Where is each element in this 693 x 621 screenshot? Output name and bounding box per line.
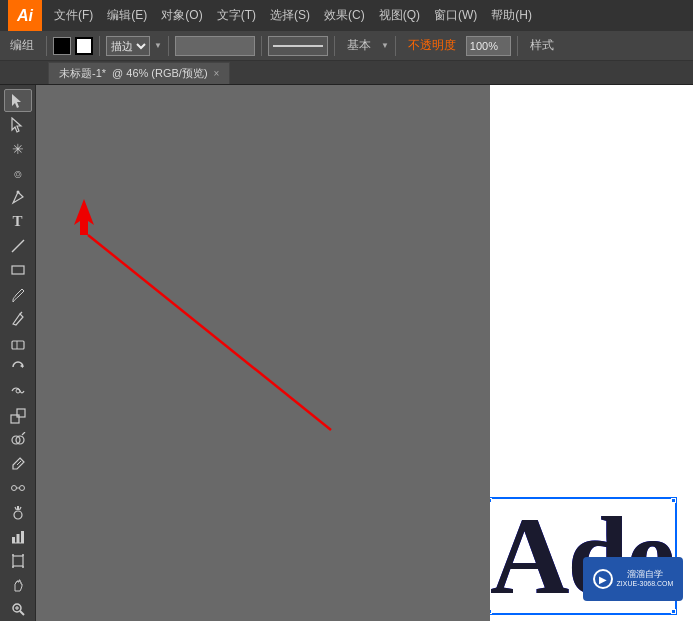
separator-1 (46, 36, 47, 56)
group-label: 编组 (4, 35, 40, 56)
style-label: 样式 (524, 35, 560, 56)
sel-dot-bl (490, 609, 492, 614)
eraser-icon (10, 335, 26, 351)
menu-view[interactable]: 视图(Q) (373, 5, 426, 26)
document-tab[interactable]: 未标题-1* @ 46% (RGB/预览) × (48, 62, 230, 84)
symbol-sprayer-button[interactable] (4, 501, 32, 524)
menu-type[interactable]: 文字(T) (211, 5, 262, 26)
selection-tool-icon (10, 93, 26, 109)
svg-rect-6 (12, 341, 24, 349)
pen-tool-button[interactable] (4, 186, 32, 209)
svg-line-3 (12, 240, 24, 252)
draw-mode-select[interactable]: 描边 填充 (106, 36, 150, 56)
direct-selection-tool-button[interactable] (4, 113, 32, 136)
menu-select[interactable]: 选择(S) (264, 5, 316, 26)
rotate-tool-button[interactable] (4, 356, 32, 379)
adobe-text-container: Ade (500, 221, 673, 611)
chevron-icon: ▼ (154, 41, 162, 50)
paintbrush-tool-button[interactable] (4, 283, 32, 306)
separator-2 (99, 36, 100, 56)
lasso-icon: ⌾ (14, 166, 22, 181)
type-tool-icon: T (12, 213, 22, 230)
menu-effect[interactable]: 效果(C) (318, 5, 371, 26)
svg-rect-23 (12, 537, 15, 543)
type-tool-button[interactable]: T (4, 210, 32, 233)
fill-color[interactable] (53, 37, 71, 55)
zoom-tool-icon (10, 601, 26, 617)
document-content: Ade ▶ (490, 85, 693, 621)
rectangle-tool-button[interactable] (4, 259, 32, 282)
basic-chevron-icon: ▼ (381, 41, 389, 50)
scale-tool-button[interactable] (4, 404, 32, 427)
menu-window[interactable]: 窗口(W) (428, 5, 483, 26)
line-tool-button[interactable] (4, 235, 32, 258)
watermark-play-icon: ▶ (593, 569, 613, 589)
stroke-color[interactable] (75, 37, 93, 55)
stroke-line (273, 45, 323, 47)
menu-edit[interactable]: 编辑(E) (101, 5, 153, 26)
svg-point-16 (11, 486, 16, 491)
sel-dot-tl (490, 498, 492, 503)
svg-line-22 (19, 507, 21, 510)
svg-rect-25 (21, 531, 24, 543)
watermark-text-block: 溜溜自学 ZIXUE-3068.COM (617, 569, 674, 588)
canvas-area[interactable]: Ade ▶ (36, 85, 693, 621)
tab-close-button[interactable]: × (214, 68, 220, 79)
rotate-icon (10, 359, 26, 375)
artboard-tool-icon (10, 553, 26, 569)
shape-builder-tool-button[interactable] (4, 428, 32, 451)
tab-bar: 未标题-1* @ 46% (RGB/预览) × (0, 61, 693, 85)
eyedropper-icon (10, 456, 26, 472)
menu-bar: 文件(F) 编辑(E) 对象(O) 文字(T) 选择(S) 效果(C) 视图(Q… (48, 5, 685, 26)
tab-info: @ 46% (RGB/预览) (112, 66, 208, 81)
separator-5 (334, 36, 335, 56)
sel-dot-br (671, 609, 676, 614)
svg-line-21 (15, 507, 17, 510)
pencil-tool-button[interactable] (4, 307, 32, 330)
opacity-input[interactable] (466, 36, 511, 56)
watermark-url: ZIXUE-3068.COM (617, 580, 674, 588)
svg-point-19 (14, 511, 22, 519)
eyedropper-tool-button[interactable] (4, 453, 32, 476)
paintbrush-icon (10, 287, 26, 303)
menu-file[interactable]: 文件(F) (48, 5, 99, 26)
lasso-tool-button[interactable]: ⌾ (4, 162, 32, 185)
blend-icon (10, 480, 26, 496)
main-area: ✳ ⌾ T (0, 85, 693, 621)
watermark-inner: ▶ 溜溜自学 ZIXUE-3068.COM (593, 569, 674, 589)
shape-builder-icon (10, 432, 26, 448)
svg-rect-27 (13, 556, 23, 566)
pen-tool-icon (10, 190, 26, 206)
svg-point-2 (16, 190, 19, 193)
svg-rect-10 (11, 415, 19, 423)
menu-object[interactable]: 对象(O) (155, 5, 208, 26)
canvas-workspace (36, 85, 526, 621)
warp-tool-button[interactable] (4, 380, 32, 403)
pencil-icon (10, 311, 26, 327)
graph-tool-button[interactable] (4, 525, 32, 548)
svg-marker-0 (12, 94, 21, 108)
opacity-label: 不透明度 (402, 35, 462, 56)
tab-title: 未标题-1* (59, 66, 106, 81)
separator-6 (395, 36, 396, 56)
zoom-tool-button[interactable] (4, 598, 32, 621)
svg-marker-1 (12, 118, 21, 132)
svg-line-14 (22, 432, 25, 435)
blend-tool-button[interactable] (4, 477, 32, 500)
basic-label: 基本 (341, 35, 377, 56)
hand-tool-button[interactable] (4, 574, 32, 597)
left-toolbar: ✳ ⌾ T (0, 85, 36, 621)
stroke-width-input[interactable] (175, 36, 255, 56)
hand-tool-icon (10, 577, 26, 593)
control-toolbar: 编组 描边 填充 ▼ 基本 ▼ 不透明度 样式 (0, 31, 693, 61)
warp-icon (10, 383, 26, 399)
eraser-tool-button[interactable] (4, 331, 32, 354)
selection-tool-button[interactable] (4, 89, 32, 112)
magic-wand-tool-button[interactable]: ✳ (4, 138, 32, 161)
svg-marker-8 (20, 364, 23, 368)
separator-3 (168, 36, 169, 56)
svg-rect-24 (16, 534, 19, 543)
artboard-tool-button[interactable] (4, 549, 32, 572)
svg-rect-11 (17, 409, 25, 417)
menu-help[interactable]: 帮助(H) (485, 5, 538, 26)
